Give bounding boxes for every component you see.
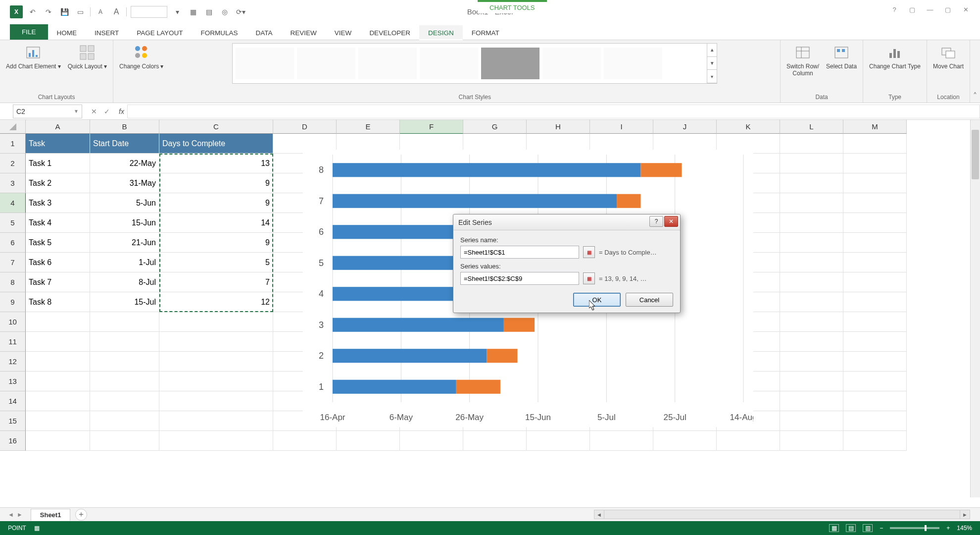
qat-more-icon[interactable]: ▾ xyxy=(171,6,183,18)
row-header[interactable]: 12 xyxy=(0,352,26,372)
cell[interactable] xyxy=(159,391,273,411)
change-chart-type-button[interactable]: Change Chart Type xyxy=(868,43,922,71)
new-sheet-button[interactable]: ＋ xyxy=(75,509,87,521)
style-thumb[interactable] xyxy=(297,48,355,79)
style-thumb[interactable] xyxy=(358,48,417,79)
move-chart-button[interactable]: Move Chart xyxy=(932,43,965,71)
cell[interactable] xyxy=(780,213,843,233)
cell[interactable] xyxy=(590,431,653,451)
name-box-dropdown-icon[interactable]: ▼ xyxy=(74,108,79,114)
range-picker-icon[interactable]: ▦ xyxy=(583,246,595,258)
redo-icon[interactable]: ↷ xyxy=(43,6,54,18)
row-header[interactable]: 8 xyxy=(0,272,26,292)
column-header[interactable]: L xyxy=(780,120,843,134)
cell[interactable] xyxy=(843,253,907,272)
cell[interactable]: 21-Jun xyxy=(90,233,159,253)
cancel-entry-icon[interactable]: ✕ xyxy=(91,107,97,115)
qat-icon-3[interactable]: ◎ xyxy=(219,6,231,18)
view-page-break-icon[interactable]: ▥ xyxy=(863,524,873,532)
cell[interactable]: 9 xyxy=(159,173,273,193)
tab-format[interactable]: FORMAT xyxy=(463,25,508,40)
cell[interactable] xyxy=(843,272,907,292)
cancel-button[interactable]: Cancel xyxy=(626,293,673,307)
style-thumb[interactable] xyxy=(604,48,662,79)
cell[interactable]: 22-May xyxy=(90,154,159,173)
cell[interactable] xyxy=(159,372,273,391)
cell[interactable]: 1-Jul xyxy=(90,253,159,272)
dialog-close-icon[interactable]: ✕ xyxy=(664,216,678,227)
cell[interactable] xyxy=(26,411,90,431)
cell[interactable]: Task 6 xyxy=(26,253,90,272)
cell[interactable] xyxy=(90,332,159,352)
cell[interactable] xyxy=(780,372,843,391)
touch-mode-icon[interactable]: ▭ xyxy=(74,6,86,18)
cell[interactable]: Start Date xyxy=(90,134,159,154)
cell[interactable] xyxy=(780,134,843,154)
row-header[interactable]: 1 xyxy=(0,134,26,154)
sheet-nav-next-icon[interactable]: ► xyxy=(17,511,23,518)
cell[interactable] xyxy=(780,352,843,372)
qat-icon-1[interactable]: ▦ xyxy=(187,6,199,18)
cell[interactable]: Task 4 xyxy=(26,213,90,233)
column-header[interactable]: K xyxy=(717,120,780,134)
cell[interactable]: 15-Jun xyxy=(90,213,159,233)
collapse-ribbon-icon[interactable]: ˄ xyxy=(970,40,980,103)
cell[interactable] xyxy=(159,411,273,431)
cell[interactable] xyxy=(159,352,273,372)
save-icon[interactable]: 💾 xyxy=(58,6,70,18)
series-name-input[interactable] xyxy=(460,246,579,259)
cell[interactable]: Task 3 xyxy=(26,193,90,213)
qat-icon-4[interactable]: ⟳▾ xyxy=(235,6,246,18)
fx-icon[interactable]: fx xyxy=(116,107,127,115)
cell[interactable] xyxy=(90,352,159,372)
style-thumb[interactable] xyxy=(542,48,601,79)
cell[interactable] xyxy=(26,391,90,411)
cell[interactable] xyxy=(717,431,780,451)
cell[interactable]: Days to Complete xyxy=(159,134,273,154)
cell[interactable] xyxy=(780,272,843,292)
scroll-left-icon[interactable]: ◄ xyxy=(594,510,604,519)
column-header[interactable]: H xyxy=(527,120,590,134)
column-header[interactable]: E xyxy=(337,120,400,134)
formula-input[interactable] xyxy=(127,105,980,118)
row-header[interactable]: 13 xyxy=(0,372,26,391)
style-thumb-selected[interactable] xyxy=(481,48,539,79)
worksheet-grid[interactable]: ABCDEFGHIJKLM 12345678910111213141516 Ta… xyxy=(0,120,980,507)
cell[interactable]: 31-May xyxy=(90,173,159,193)
tab-data[interactable]: DATA xyxy=(247,25,282,40)
qat-icon-2[interactable]: ▤ xyxy=(203,6,215,18)
cell[interactable] xyxy=(780,173,843,193)
cell[interactable]: 14 xyxy=(159,213,273,233)
cell[interactable]: 7 xyxy=(159,272,273,292)
cell[interactable]: 5 xyxy=(159,253,273,272)
row-header[interactable]: 14 xyxy=(0,391,26,411)
dialog-titlebar[interactable]: Edit Series ? ✕ xyxy=(453,214,680,230)
tab-design[interactable]: DESIGN xyxy=(419,25,463,40)
range-picker-icon[interactable]: ▦ xyxy=(583,272,595,284)
cell[interactable] xyxy=(90,391,159,411)
cell[interactable] xyxy=(843,372,907,391)
cell[interactable]: 15-Jul xyxy=(90,292,159,312)
ribbon-display-icon[interactable]: ▢ xyxy=(908,5,917,14)
cell[interactable] xyxy=(26,312,90,332)
select-all-corner[interactable] xyxy=(0,120,26,134)
cell[interactable]: Task 5 xyxy=(26,233,90,253)
cell[interactable] xyxy=(26,372,90,391)
chart-styles-gallery[interactable]: ▲ ▼ ▾ xyxy=(232,43,717,84)
cell[interactable]: Task 8 xyxy=(26,292,90,312)
tab-home[interactable]: HOME xyxy=(48,25,86,40)
cell[interactable] xyxy=(780,391,843,411)
add-chart-element-button[interactable]: Add Chart Element ▾ xyxy=(5,43,62,71)
cell[interactable] xyxy=(843,411,907,431)
view-normal-icon[interactable]: ▦ xyxy=(829,524,839,532)
quick-layout-button[interactable]: Quick Layout ▾ xyxy=(67,43,108,71)
enter-entry-icon[interactable]: ✓ xyxy=(104,107,110,115)
scroll-down-icon[interactable]: ▼ xyxy=(707,57,717,70)
column-header[interactable]: C xyxy=(159,120,273,134)
cell[interactable] xyxy=(780,411,843,431)
column-header[interactable]: D xyxy=(273,120,337,134)
cell[interactable] xyxy=(90,312,159,332)
minimize-icon[interactable]: — xyxy=(926,5,934,14)
cell[interactable] xyxy=(780,431,843,451)
maximize-icon[interactable]: ▢ xyxy=(943,5,952,14)
